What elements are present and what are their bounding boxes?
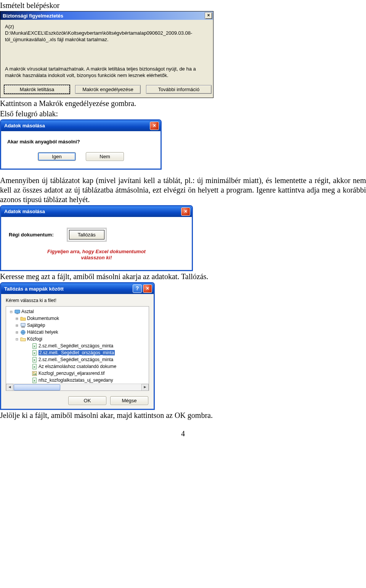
- tree-item-kozfogi[interactable]: ⊟ Közfogi: [8, 336, 149, 342]
- tree-item-desktop[interactable]: ⊟ Asztal: [8, 308, 149, 315]
- security-file-path: D:\Munka\EXCEL\Eszközök\Koltsegvbertam\k…: [5, 30, 209, 43]
- dlg-folder-title: Tallózás a mappák között: [4, 286, 64, 292]
- file-icon: X: [31, 363, 37, 370]
- desktop-icon: [14, 308, 20, 315]
- svg-text:X: X: [33, 379, 35, 382]
- close-icon[interactable]: ×: [150, 122, 159, 130]
- scroll-left-button[interactable]: ◄: [6, 384, 13, 391]
- tree-file-item[interactable]: XAz elszámoláshoz csatolandó dokume: [8, 363, 149, 370]
- tree-item-documents[interactable]: ⊞ Dokumentumok: [8, 315, 149, 322]
- page-number: 4: [0, 429, 366, 438]
- dlg-folder-browse: Tallózás a mappák között ? × Kérem válas…: [0, 282, 155, 410]
- close-icon[interactable]: ×: [181, 207, 190, 216]
- dlg-browse-title: Adatok másolása: [4, 209, 45, 214]
- dlg-security-title: Biztonsági figyelmeztetés: [3, 13, 63, 19]
- scroll-thumb[interactable]: [14, 384, 60, 390]
- dlg-copy-title: Adatok másolása: [4, 123, 45, 129]
- svg-rect-1: [16, 313, 18, 314]
- svg-text:X: X: [33, 352, 35, 355]
- tree-file-label: nfsz_kozfoglalkoztatas_uj_segedany: [39, 378, 113, 383]
- dlg-copy-data: Adatok másolása × Akar másik anyagból má…: [0, 119, 162, 170]
- text-first-popup: Első felugró ablak:: [0, 109, 366, 119]
- dlg-security-warning: Biztonsági figyelmeztetés × A(z) D:\Munk…: [0, 11, 214, 98]
- paragraph-explain-copy: Amennyiben új táblázatot kap (mivel javí…: [0, 176, 366, 204]
- folder-prompt: Kérem válassza ki a filet!: [6, 298, 149, 303]
- close-icon[interactable]: ×: [205, 12, 212, 19]
- file-icon: X: [31, 357, 37, 363]
- browse-button[interactable]: Tallózás: [69, 230, 104, 239]
- enable-macros-button[interactable]: Makrók engedélyezése: [75, 85, 141, 94]
- dlg-folder-titlebar[interactable]: Tallózás a mappák között ? ×: [1, 283, 154, 294]
- svg-rect-13: [32, 371, 36, 375]
- more-info-button[interactable]: További információ: [146, 85, 212, 94]
- network-icon: [20, 329, 26, 335]
- copy-question: Akar másik anyagból másolni?: [7, 139, 154, 145]
- text-click-enable: Kattintson a Makrók engedélyezése gombra…: [0, 99, 366, 108]
- folder-tree[interactable]: ⊟ Asztal ⊞ Dokumentumok ⊞ Sajátgép: [6, 306, 149, 391]
- file-icon: [31, 370, 37, 376]
- svg-text:X: X: [33, 358, 35, 362]
- folder-open-icon: [20, 336, 26, 342]
- security-line-az: A(z): [5, 24, 209, 29]
- security-warning-text: A makrók vírusokat tartalmazhatnak. A ma…: [5, 66, 209, 79]
- paragraph-find-file: Keresse meg azt a fájlt, amiből másolni …: [0, 272, 366, 281]
- old-document-label: Régi dokumentum:: [9, 232, 54, 238]
- tree-file-item[interactable]: X2.sz.mell._Segédlet_országos_minta: [8, 349, 149, 356]
- file-icon: X: [31, 343, 37, 349]
- heading-repeated-login: Ismételt belépéskor: [0, 1, 366, 10]
- svg-text:X: X: [33, 365, 35, 369]
- dlg-security-titlebar[interactable]: Biztonsági figyelmeztetés ×: [0, 11, 213, 20]
- svg-point-14: [33, 372, 34, 373]
- computer-icon: [20, 322, 26, 328]
- cancel-button[interactable]: Mégse: [110, 396, 148, 405]
- tree-item-mycomputer[interactable]: ⊞ Sajátgép: [8, 322, 149, 329]
- svg-rect-3: [21, 326, 24, 328]
- tree-file-label: 2.sz.mell._Segédlet_országos_minta: [39, 357, 113, 362]
- svg-text:X: X: [33, 345, 35, 348]
- disable-macros-button[interactable]: Makrók letiltása: [4, 85, 70, 94]
- dlg-copy-titlebar[interactable]: Adatok másolása ×: [1, 120, 161, 131]
- tree-file-item[interactable]: Xnfsz_kozfoglalkoztatas_uj_segedany: [8, 377, 149, 384]
- tree-file-item[interactable]: X2.sz.mell._Segédlet_országos_minta: [8, 356, 149, 363]
- paragraph-select-file: Jelölje ki a fájlt, amiből másolni akar,…: [0, 411, 366, 420]
- folder-icon: [20, 315, 26, 321]
- tree-item-network[interactable]: ⊞ Hálózati helyek: [8, 329, 149, 336]
- close-icon[interactable]: ×: [143, 284, 152, 293]
- tree-file-label: Az elszámoláshoz csatolandó dokume: [39, 364, 116, 369]
- tree-file-item[interactable]: Kozfogl_penzugyi_eljarasrend.tif: [8, 370, 149, 377]
- yes-button[interactable]: Igen: [38, 152, 76, 161]
- tree-file-label: 2.sz.mell._Segédlet_országos_minta: [39, 343, 113, 349]
- horizontal-scrollbar[interactable]: ◄ ►: [6, 384, 149, 390]
- tree-file-item[interactable]: X2.sz.mell._Segédlet_országos_minta: [8, 342, 149, 349]
- dlg-browse-source: Adatok másolása × Régi dokumentum: Talló…: [0, 205, 193, 272]
- excel-warning-text: Figyeljen arra, hogy Excel dokumentumot …: [9, 249, 184, 261]
- file-icon: X: [31, 350, 37, 356]
- svg-rect-0: [14, 310, 19, 313]
- scroll-right-button[interactable]: ►: [141, 384, 149, 391]
- no-button[interactable]: Nem: [86, 152, 124, 161]
- ok-button[interactable]: OK: [68, 396, 106, 405]
- tree-file-label: Kozfogl_penzugyi_eljarasrend.tif: [39, 371, 104, 376]
- tree-file-label: 2.sz.mell._Segédlet_országos_minta: [39, 350, 115, 355]
- file-icon: X: [31, 377, 37, 383]
- tree-item-ktvrtm[interactable]: ⊞ KTVRTM: [8, 390, 149, 391]
- svg-rect-2: [21, 323, 25, 326]
- dlg-browse-titlebar[interactable]: Adatok másolása ×: [1, 206, 192, 217]
- help-icon[interactable]: ?: [133, 284, 142, 293]
